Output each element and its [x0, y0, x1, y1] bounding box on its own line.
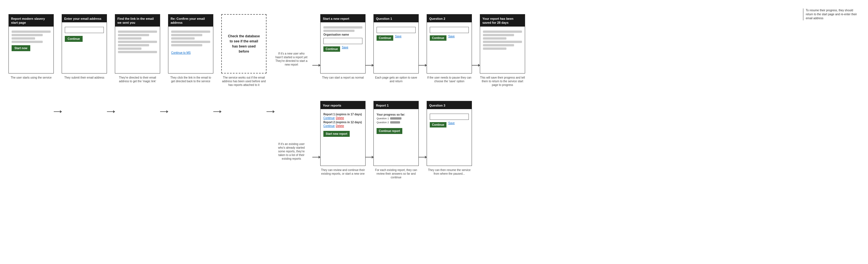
card-q3-container: Question 3 Continue Save They can then r…: [427, 101, 472, 175]
card-start-new-container: Start a new report Organisation name Con…: [320, 14, 366, 79]
arrow2: [107, 111, 115, 112]
card1: Report modern slavery start page Start n…: [8, 14, 54, 73]
report2-delete-link[interactable]: Delete: [336, 124, 344, 128]
card3: Find the link in the email we sent you: [115, 14, 160, 73]
card2-continue-button[interactable]: Continue: [65, 36, 83, 42]
card-q1-container: Question 1 Continue Save Each page gets …: [373, 14, 419, 83]
q3-input[interactable]: [430, 113, 469, 120]
branch-container: If it's a new user who hasn't started a …: [274, 14, 525, 179]
progress-title: Your progress so far:: [377, 113, 415, 116]
q2-save-link[interactable]: Save: [448, 35, 455, 41]
card-report1-caption: For each existing report, they can revie…: [373, 168, 419, 179]
start-new-save-link[interactable]: Save: [342, 46, 348, 52]
arrow1: [54, 111, 62, 112]
report1-continue-link[interactable]: Continue: [323, 117, 335, 120]
card-q3-title: Question 3: [427, 101, 472, 109]
card-your-reports: Your reports Report 1 (expires in 17 day…: [320, 101, 366, 166]
card-q3: Question 3 Continue Save: [427, 101, 472, 166]
card2-title: Enter your email address: [62, 14, 107, 22]
card-your-reports-caption: They can review and continue their exist…: [320, 168, 366, 175]
q1-progress-row: Question 1: [377, 117, 415, 120]
card5-caption: The service works out if the email addre…: [221, 76, 267, 87]
card4-continue-link[interactable]: Continue to MS: [171, 51, 191, 54]
arrow3: [160, 111, 168, 112]
start-new-report-button[interactable]: Start new report: [323, 131, 350, 137]
card-start-new-title: Start a new report: [320, 14, 365, 22]
report2-links: Continue Delete: [323, 124, 363, 128]
card-saved-caption: This will save their progress and tell t…: [480, 76, 525, 87]
card-q2-container: Question 2 Continue Save If the user nee…: [427, 14, 472, 83]
arrow4: [213, 111, 221, 112]
card-report1-container: Report 1 Your progress so far: Question …: [373, 101, 419, 179]
card-report1-title: Report 1: [374, 101, 418, 109]
card-report1: Report 1 Your progress so far: Question …: [373, 101, 419, 166]
card-q3-caption: They can then resume the service from wh…: [427, 168, 472, 175]
start-new-continue-button[interactable]: Continue: [323, 46, 340, 52]
q1-save-link[interactable]: Save: [395, 35, 401, 41]
branch-lower-note: If it's an existing user who's already s…: [274, 142, 308, 161]
card-q2: Question 2 Continue Save: [427, 14, 472, 73]
card2: Enter your email address Continue: [62, 14, 107, 73]
card-q1-caption: Each page gets an option to save and ret…: [373, 76, 419, 83]
top-note: To resume their progress, they should re…: [803, 8, 860, 20]
card4-container: Re: Confirm your email address Continue …: [168, 14, 213, 83]
card2-input[interactable]: [65, 27, 104, 33]
card-start-new-caption: They can start a report as normal: [322, 76, 364, 79]
arrow-saved: [472, 65, 480, 66]
card3-container: Find the link in the email we sent you T…: [115, 14, 160, 83]
org-name-label: Organisation name: [323, 33, 363, 36]
q2-progress-row: Question 2: [377, 121, 415, 124]
card4: Re: Confirm your email address Continue …: [168, 14, 213, 73]
card5-title: Check the database to see if the email h…: [228, 34, 260, 54]
card1-container: Report modern slavery start page Start n…: [8, 14, 54, 79]
card-saved-container: Your report has been saved for 28 days T…: [480, 14, 525, 87]
arrow5: [267, 111, 274, 112]
report1-delete-link[interactable]: Delete: [336, 117, 344, 120]
branch-lower-arrow: [312, 157, 320, 158]
q2-input[interactable]: [430, 27, 469, 33]
card-start-new: Start a new report Organisation name Con…: [320, 14, 366, 73]
arrow-q3: [419, 157, 427, 158]
q3-continue-button[interactable]: Continue: [430, 122, 446, 128]
report1-row-label: Report 1 (expires in 17 days): [323, 113, 363, 116]
report1-links: Continue Delete: [323, 117, 363, 120]
q2-continue-button[interactable]: Continue: [430, 35, 446, 41]
card-saved: Your report has been saved for 28 days: [480, 14, 525, 73]
card5: Check the database to see if the email h…: [221, 14, 267, 73]
card4-title: Re: Confirm your email address: [168, 14, 213, 27]
card-q2-caption: If the user needs to pause they can choo…: [427, 76, 472, 83]
card2-container: Enter your email address Continue They s…: [62, 14, 107, 79]
card-q2-title: Question 2: [427, 14, 472, 22]
q3-save-link[interactable]: Save: [448, 122, 455, 128]
report2-row-label: Report 2 (expires in 12 days): [323, 121, 363, 124]
arrow-report1: [366, 157, 373, 158]
card3-title: Find the link in the email we sent you: [115, 14, 160, 27]
q1-input[interactable]: [377, 27, 415, 33]
card-your-reports-container: Your reports Report 1 (expires in 17 day…: [320, 101, 366, 175]
card-q1: Question 1 Continue Save: [373, 14, 419, 73]
card5-container: Check the database to see if the email h…: [221, 14, 267, 87]
start-new-input[interactable]: [323, 38, 363, 44]
card2-caption: They submit their email address: [64, 76, 104, 79]
branch-upper-arrow: [312, 65, 320, 66]
continue-report-button[interactable]: Continue report: [377, 128, 402, 134]
arrow-q1: [366, 65, 373, 66]
start-now-button[interactable]: Start now: [11, 45, 30, 51]
card1-caption: The user starts using the service: [11, 76, 52, 79]
card-your-reports-title: Your reports: [320, 101, 365, 109]
card-saved-title: Your report has been saved for 28 days: [480, 14, 525, 27]
arrow-q2: [419, 65, 427, 66]
q1-continue-button[interactable]: Continue: [377, 35, 393, 41]
card3-caption: They're directed to their email address …: [115, 76, 160, 83]
branch-lower: If it's an existing user who's already s…: [274, 101, 472, 179]
card4-caption: They click the link in the email to get …: [168, 76, 213, 83]
branch-upper-note: If it's a new user who hasn't started a …: [274, 52, 308, 66]
report2-continue-link[interactable]: Continue: [323, 124, 335, 128]
branch-upper: If it's a new user who hasn't started a …: [274, 14, 525, 87]
card1-title: Report modern slavery start page: [9, 14, 54, 27]
card-q1-title: Question 1: [374, 14, 418, 22]
